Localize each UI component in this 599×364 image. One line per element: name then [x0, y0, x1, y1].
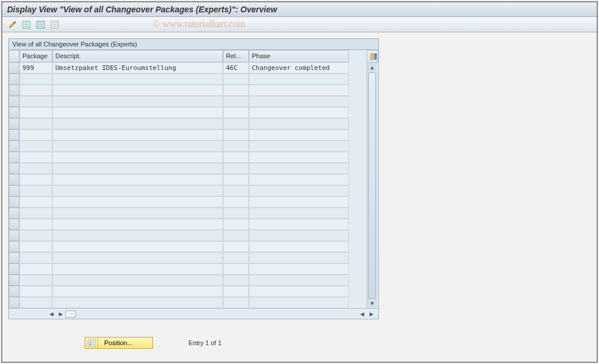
- cell-package[interactable]: [19, 286, 52, 297]
- cell-descript[interactable]: [52, 107, 223, 118]
- cell-package[interactable]: [19, 129, 52, 141]
- hscroll-left2-icon[interactable]: ◀: [358, 310, 366, 318]
- cell-phase[interactable]: [249, 118, 349, 129]
- cell-package[interactable]: [19, 241, 52, 252]
- cell-rel[interactable]: [223, 174, 249, 185]
- row-selector[interactable]: [9, 275, 19, 286]
- table-row[interactable]: [19, 241, 367, 252]
- table-row[interactable]: [19, 96, 367, 107]
- cell-descript[interactable]: [52, 219, 223, 230]
- cell-phase[interactable]: [249, 152, 349, 163]
- cell-package[interactable]: [19, 230, 52, 241]
- cell-rel[interactable]: [223, 85, 249, 96]
- table-row[interactable]: [19, 174, 367, 185]
- cell-rel[interactable]: [223, 163, 249, 174]
- cell-descript[interactable]: [52, 118, 223, 129]
- cell-phase[interactable]: [249, 85, 349, 96]
- checklist-blue-icon[interactable]: [35, 19, 46, 30]
- table-row[interactable]: [19, 252, 367, 263]
- cell-descript[interactable]: [52, 141, 223, 152]
- cell-package[interactable]: [19, 252, 52, 263]
- cell-rel[interactable]: [223, 275, 249, 286]
- cell-descript[interactable]: [52, 152, 223, 163]
- cell-rel[interactable]: [223, 230, 249, 241]
- cell-phase[interactable]: [249, 196, 349, 208]
- cell-package[interactable]: [19, 208, 52, 219]
- cell-package[interactable]: [19, 141, 52, 152]
- cell-phase[interactable]: [249, 74, 349, 85]
- cell-package[interactable]: [19, 196, 52, 208]
- cell-rel[interactable]: [223, 141, 249, 152]
- cell-phase[interactable]: [249, 230, 349, 241]
- cell-package[interactable]: [19, 152, 52, 163]
- cell-descript[interactable]: [52, 96, 223, 107]
- hscroll-right2-icon[interactable]: ▶: [367, 310, 375, 318]
- cell-descript[interactable]: [52, 174, 223, 185]
- table-settings-icon[interactable]: [367, 50, 378, 63]
- cell-phase[interactable]: [249, 185, 349, 196]
- cell-package[interactable]: [19, 297, 52, 308]
- row-selector[interactable]: [9, 252, 19, 263]
- cell-package[interactable]: [19, 107, 52, 118]
- cell-rel[interactable]: [223, 263, 249, 275]
- row-selector[interactable]: [9, 163, 19, 174]
- table-row[interactable]: [19, 230, 367, 241]
- row-selector[interactable]: [9, 118, 19, 129]
- scroll-down-icon[interactable]: ▼: [367, 299, 377, 308]
- table-row[interactable]: [19, 196, 367, 208]
- cell-phase[interactable]: [249, 252, 349, 263]
- row-selector[interactable]: [9, 286, 19, 297]
- cell-package[interactable]: [19, 275, 52, 286]
- cell-rel[interactable]: [223, 241, 249, 252]
- table-row[interactable]: 999Umsetzpaket IDES-Euroumstellung46CCha…: [19, 62, 367, 74]
- row-selector[interactable]: [9, 152, 19, 163]
- table-row[interactable]: [19, 85, 367, 96]
- col-header-phase[interactable]: Phase: [249, 50, 349, 62]
- cell-phase[interactable]: [249, 96, 349, 107]
- cell-descript[interactable]: [52, 275, 223, 286]
- row-selector[interactable]: [9, 297, 19, 308]
- table-row[interactable]: [19, 185, 367, 196]
- cell-descript[interactable]: [52, 241, 223, 252]
- cell-package[interactable]: [19, 74, 52, 85]
- cell-rel[interactable]: [223, 96, 249, 107]
- cell-rel[interactable]: [223, 129, 249, 141]
- row-selector[interactable]: [9, 74, 19, 85]
- table-row[interactable]: [19, 297, 367, 308]
- checklist-green-icon[interactable]: [21, 19, 32, 30]
- cell-rel[interactable]: [223, 286, 249, 297]
- cell-descript[interactable]: [52, 252, 223, 263]
- cell-descript[interactable]: Umsetzpaket IDES-Euroumstellung: [52, 62, 223, 74]
- cell-descript[interactable]: [52, 286, 223, 297]
- vertical-scrollbar[interactable]: ▲ ▼: [367, 63, 377, 308]
- table-row[interactable]: [19, 74, 367, 85]
- table-row[interactable]: [19, 152, 367, 163]
- cell-phase[interactable]: [249, 129, 349, 141]
- checklist-gray-icon[interactable]: [49, 19, 60, 30]
- cell-descript[interactable]: [52, 263, 223, 275]
- cell-rel[interactable]: [223, 196, 249, 208]
- cell-rel[interactable]: [223, 252, 249, 263]
- row-selector[interactable]: [9, 208, 19, 219]
- row-selector[interactable]: [9, 141, 19, 152]
- cell-descript[interactable]: [52, 163, 223, 174]
- table-row[interactable]: [19, 263, 367, 275]
- table-row[interactable]: [19, 286, 367, 297]
- cell-phase[interactable]: [249, 208, 349, 219]
- cell-phase[interactable]: [249, 241, 349, 252]
- table-row[interactable]: [19, 107, 367, 118]
- row-selector[interactable]: [9, 230, 19, 241]
- table-row[interactable]: [19, 129, 367, 141]
- position-button[interactable]: Position...: [85, 337, 153, 349]
- hscroll-drag-icon[interactable]: ⋯: [65, 310, 76, 318]
- cell-descript[interactable]: [52, 230, 223, 241]
- row-selector[interactable]: [9, 85, 19, 96]
- cell-package[interactable]: [19, 163, 52, 174]
- cell-package[interactable]: [19, 96, 52, 107]
- row-selector[interactable]: [9, 219, 19, 230]
- row-selector[interactable]: [9, 62, 19, 74]
- row-selector[interactable]: [9, 174, 19, 185]
- cell-phase[interactable]: [249, 219, 349, 230]
- cell-descript[interactable]: [52, 297, 223, 308]
- cell-descript[interactable]: [52, 196, 223, 208]
